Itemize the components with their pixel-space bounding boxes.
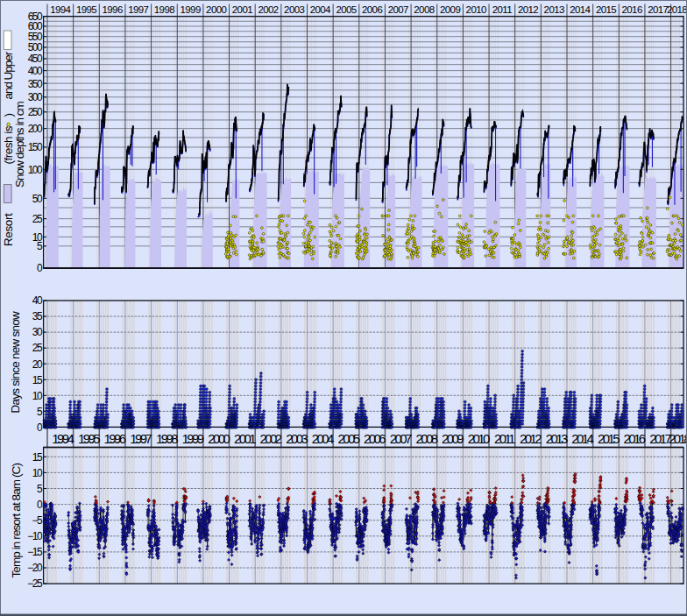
svg-text:35: 35 <box>32 310 43 322</box>
svg-text:450: 450 <box>28 53 43 65</box>
svg-text:2009: 2009 <box>442 431 464 446</box>
svg-text:2000: 2000 <box>206 4 226 15</box>
svg-text:2007: 2007 <box>390 431 412 446</box>
svg-text:1996: 1996 <box>104 431 126 446</box>
svg-text:2002: 2002 <box>258 4 278 15</box>
svg-text:2018: 2018 <box>667 4 687 15</box>
svg-text:2015: 2015 <box>596 4 616 15</box>
svg-text:350: 350 <box>28 78 43 90</box>
svg-text:2013: 2013 <box>544 4 564 15</box>
svg-text:2013: 2013 <box>546 431 568 446</box>
svg-text:Temp in resort at 8am (C): Temp in resort at 8am (C) <box>10 464 23 578</box>
svg-text:2008: 2008 <box>415 431 437 446</box>
svg-text:400: 400 <box>28 65 43 77</box>
svg-text:100: 100 <box>28 164 43 176</box>
svg-text:40: 40 <box>32 294 43 307</box>
svg-text:2010: 2010 <box>466 4 486 15</box>
svg-text:2011: 2011 <box>492 4 513 15</box>
svg-text:2004: 2004 <box>310 4 331 15</box>
svg-text:1998: 1998 <box>154 4 174 15</box>
svg-text:20: 20 <box>32 358 43 371</box>
svg-text:250: 250 <box>28 106 43 118</box>
svg-text:1997: 1997 <box>128 4 148 15</box>
svg-text:2003: 2003 <box>286 431 308 446</box>
svg-text:2003: 2003 <box>284 4 304 15</box>
svg-text:2006: 2006 <box>362 4 382 15</box>
svg-text:2016: 2016 <box>622 4 642 15</box>
svg-text:2000: 2000 <box>208 431 230 446</box>
svg-text:1994: 1994 <box>50 4 71 15</box>
svg-text:2016: 2016 <box>624 431 646 446</box>
svg-text:2008: 2008 <box>414 4 434 15</box>
svg-text:2017: 2017 <box>648 4 668 15</box>
svg-text:2006: 2006 <box>364 431 386 446</box>
svg-text:2007: 2007 <box>388 4 408 15</box>
svg-text:15: 15 <box>32 451 43 464</box>
svg-text:2014: 2014 <box>571 431 593 446</box>
svg-text:2010: 2010 <box>468 431 490 446</box>
svg-text:50: 50 <box>32 193 43 205</box>
svg-text:and Upper: and Upper <box>2 51 15 99</box>
svg-text:1995: 1995 <box>76 4 96 15</box>
svg-text:1995: 1995 <box>78 431 100 446</box>
svg-text:10: 10 <box>32 231 43 244</box>
svg-text:150: 150 <box>28 141 43 153</box>
svg-text:2015: 2015 <box>598 431 620 446</box>
svg-text:2002: 2002 <box>260 431 282 446</box>
svg-text:2005: 2005 <box>336 4 356 15</box>
svg-text:2012: 2012 <box>518 4 538 15</box>
svg-text:Days since new snow: Days since new snow <box>9 311 22 414</box>
svg-text:1999: 1999 <box>181 4 201 15</box>
svg-text:1999: 1999 <box>182 431 204 446</box>
svg-text:2012: 2012 <box>520 431 542 446</box>
svg-text:15: 15 <box>32 374 43 386</box>
svg-text:2018: 2018 <box>669 431 687 446</box>
svg-text:1997: 1997 <box>130 431 152 446</box>
svg-text:−25: −25 <box>27 577 43 590</box>
svg-text:25: 25 <box>32 342 43 354</box>
svg-text:650: 650 <box>28 11 43 23</box>
svg-text:−20: −20 <box>27 562 43 574</box>
svg-text:2004: 2004 <box>312 431 334 446</box>
svg-text:1994: 1994 <box>52 431 74 446</box>
svg-text:−10: −10 <box>27 530 43 542</box>
svg-text:2011: 2011 <box>494 431 515 446</box>
svg-text:10: 10 <box>32 467 43 479</box>
svg-text:500: 500 <box>28 41 43 53</box>
svg-text:30: 30 <box>32 326 43 338</box>
svg-text:2009: 2009 <box>440 4 460 15</box>
svg-text:300: 300 <box>28 91 43 103</box>
svg-text:25: 25 <box>32 213 43 225</box>
svg-text:1996: 1996 <box>103 4 123 15</box>
svg-text:−15: −15 <box>27 546 43 558</box>
svg-text:2005: 2005 <box>338 431 360 446</box>
svg-text:200: 200 <box>28 123 43 135</box>
svg-text:Resort: Resort <box>2 213 15 246</box>
svg-text:2001: 2001 <box>234 431 256 446</box>
svg-text:−5: −5 <box>32 514 44 527</box>
svg-text:2014: 2014 <box>570 4 591 15</box>
svg-text:1998: 1998 <box>156 431 178 446</box>
svg-text:10: 10 <box>32 390 43 402</box>
svg-text:Snow depths in cm: Snow depths in cm <box>13 101 26 188</box>
svg-text:2001: 2001 <box>232 4 252 15</box>
